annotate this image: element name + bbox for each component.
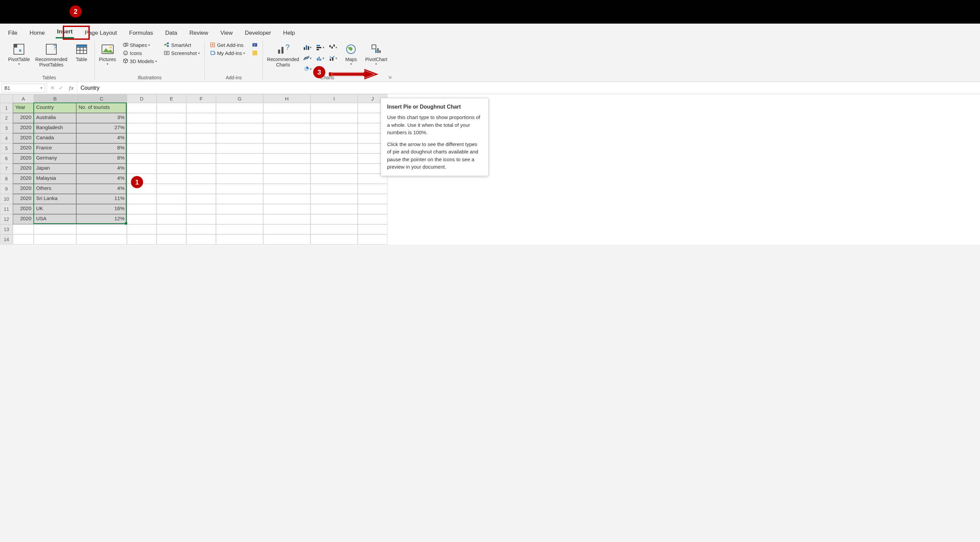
cell[interactable] — [216, 153, 263, 164]
cell[interactable] — [216, 164, 263, 174]
cell[interactable]: Japan — [34, 164, 76, 174]
cell[interactable] — [263, 164, 310, 174]
get-addins-button[interactable]: Get Add-ins — [208, 41, 247, 49]
cell[interactable] — [127, 123, 157, 133]
tab-formulas[interactable]: Formulas — [128, 28, 154, 38]
column-header-I[interactable]: I — [310, 94, 358, 103]
cell[interactable] — [358, 204, 387, 214]
cell[interactable] — [310, 214, 358, 224]
pivotchart-button[interactable]: PivotChart ▾ — [364, 41, 388, 67]
cell[interactable] — [157, 153, 186, 164]
tab-developer[interactable]: Developer — [243, 28, 273, 38]
cell[interactable] — [127, 224, 157, 234]
cell[interactable] — [310, 234, 358, 245]
cell[interactable] — [127, 153, 157, 164]
row-header[interactable]: 8 — [0, 174, 13, 184]
column-chart-button[interactable]: ▾ — [303, 44, 312, 51]
cell[interactable] — [216, 234, 263, 245]
cell[interactable]: 4% — [76, 174, 127, 184]
pie-chart-button[interactable]: ▾ — [303, 65, 312, 72]
cell[interactable] — [186, 224, 216, 234]
cell[interactable] — [157, 234, 186, 245]
cell[interactable] — [310, 224, 358, 234]
cell[interactable]: 2020 — [13, 133, 34, 143]
cell[interactable]: 2020 — [13, 164, 34, 174]
statistic-chart-button[interactable]: ▾ — [316, 55, 325, 61]
cell[interactable] — [216, 204, 263, 214]
cell[interactable] — [216, 133, 263, 143]
cell[interactable] — [263, 224, 310, 234]
cell[interactable] — [310, 123, 358, 133]
cell[interactable] — [263, 103, 310, 113]
cell[interactable] — [358, 234, 387, 245]
cell[interactable] — [127, 103, 157, 113]
column-header-H[interactable]: H — [263, 94, 310, 103]
cell[interactable] — [76, 234, 127, 245]
cell[interactable]: 2020 — [13, 123, 34, 133]
cell[interactable] — [263, 123, 310, 133]
maps-button[interactable]: Maps ▾ — [341, 41, 361, 67]
formula-input[interactable] — [77, 83, 980, 93]
cell[interactable] — [127, 133, 157, 143]
cell[interactable]: Bangladesh — [34, 123, 76, 133]
fx-icon[interactable]: ƒx — [68, 85, 73, 91]
charts-dialog-launcher[interactable]: ⇲ — [388, 75, 391, 79]
cell[interactable] — [186, 103, 216, 113]
waterfall-chart-button[interactable]: ▾ — [329, 44, 338, 51]
row-header[interactable]: 5 — [0, 143, 13, 153]
cell[interactable] — [216, 113, 263, 123]
enter-icon[interactable]: ✓ — [59, 85, 63, 91]
cell[interactable] — [310, 153, 358, 164]
row-header[interactable]: 2 — [0, 113, 13, 123]
cell[interactable] — [157, 214, 186, 224]
cell[interactable] — [310, 184, 358, 194]
cell[interactable]: 2020 — [13, 204, 34, 214]
column-header-C[interactable]: C — [76, 94, 127, 103]
tab-review[interactable]: Review — [188, 28, 210, 38]
cell[interactable]: Malaysia — [34, 174, 76, 184]
combo-chart-button[interactable]: ▾ — [329, 55, 338, 61]
cell[interactable]: UK — [34, 204, 76, 214]
cell[interactable] — [358, 184, 387, 194]
tab-file[interactable]: File — [7, 28, 19, 38]
tab-home[interactable]: Home — [28, 28, 46, 38]
cell[interactable] — [216, 123, 263, 133]
cell[interactable] — [186, 234, 216, 245]
cell[interactable] — [127, 234, 157, 245]
recommended-charts-button[interactable]: ? Recommended Charts — [266, 41, 300, 69]
cell[interactable] — [157, 113, 186, 123]
cell[interactable] — [127, 113, 157, 123]
cell[interactable] — [310, 174, 358, 184]
row-header[interactable]: 9 — [0, 184, 13, 194]
cell[interactable] — [358, 224, 387, 234]
my-addins-button[interactable]: My Add-ins ▾ — [208, 49, 247, 57]
cell[interactable] — [310, 204, 358, 214]
cell[interactable] — [263, 143, 310, 153]
line-chart-button[interactable]: ▾ — [303, 55, 312, 61]
cell[interactable] — [310, 133, 358, 143]
tab-help[interactable]: Help — [282, 28, 296, 38]
visio-addin-button[interactable]: V — [250, 41, 260, 49]
cancel-icon[interactable]: ✕ — [50, 85, 55, 91]
cell[interactable] — [76, 224, 127, 234]
column-header-G[interactable]: G — [216, 94, 263, 103]
column-header-E[interactable]: E — [157, 94, 186, 103]
cell[interactable] — [310, 143, 358, 153]
cell[interactable] — [263, 113, 310, 123]
cell[interactable] — [263, 184, 310, 194]
row-header[interactable]: 11 — [0, 204, 13, 214]
cell[interactable] — [186, 143, 216, 153]
cell[interactable]: 2020 — [13, 113, 34, 123]
cell[interactable] — [186, 123, 216, 133]
shapes-button[interactable]: Shapes ▾ — [121, 41, 159, 49]
cell[interactable] — [310, 103, 358, 113]
cell[interactable] — [358, 214, 387, 224]
cell[interactable] — [157, 194, 186, 204]
cell[interactable]: Australia — [34, 113, 76, 123]
cell[interactable] — [310, 113, 358, 123]
tab-data[interactable]: Data — [164, 28, 178, 38]
row-header[interactable]: 7 — [0, 164, 13, 174]
row-header[interactable]: 1 — [0, 103, 13, 113]
cell[interactable] — [34, 224, 76, 234]
row-header[interactable]: 3 — [0, 123, 13, 133]
